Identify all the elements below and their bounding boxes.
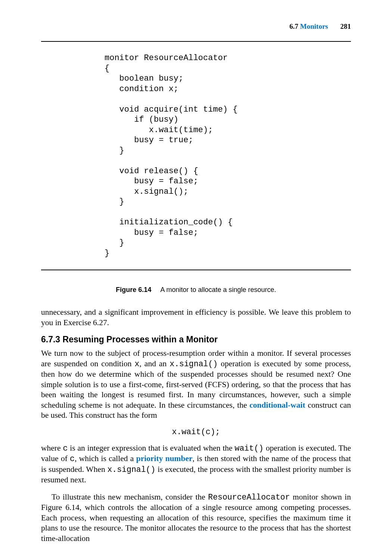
paragraph-3: where c is an integer expression that is… — [41, 443, 351, 485]
inline-code: x — [135, 360, 140, 368]
centered-code: x.wait(c); — [41, 427, 351, 436]
key-term: priority number — [136, 454, 193, 463]
subsection-heading: 6.7.3 Resuming Processes within a Monito… — [41, 335, 351, 345]
inline-code: wait() — [235, 444, 264, 453]
page-number: 281 — [340, 22, 351, 30]
bottom-rule — [41, 270, 351, 270]
figure-label: Figure 6.14 — [116, 286, 151, 293]
figure-caption: Figure 6.14 A monitor to allocate a sing… — [41, 286, 351, 294]
inline-code: x.signal() — [169, 360, 218, 368]
section-number: 6.7 — [289, 22, 298, 30]
inline-code: ResourceAllocator — [208, 493, 290, 502]
top-rule — [41, 41, 351, 42]
paragraph-1: unnecessary, and a significant improveme… — [41, 307, 351, 328]
inline-code: c — [70, 454, 75, 463]
paragraph-4: To illustrate this new mechanism, consid… — [41, 492, 351, 544]
small-caps: FCFS — [208, 380, 226, 389]
inline-code: c — [63, 444, 68, 453]
key-term: conditional-wait — [249, 401, 305, 410]
inline-code: x.signal() — [107, 465, 155, 474]
section-title[interactable]: Monitors — [300, 22, 328, 30]
page-header: 6.7 Monitors 281 — [41, 22, 351, 31]
figure-caption-text: A monitor to allocate a single resource. — [160, 286, 276, 293]
code-listing: monitor ResourceAllocator { boolean busy… — [105, 53, 351, 258]
paragraph-2: We turn now to the subject of process-re… — [41, 348, 351, 421]
